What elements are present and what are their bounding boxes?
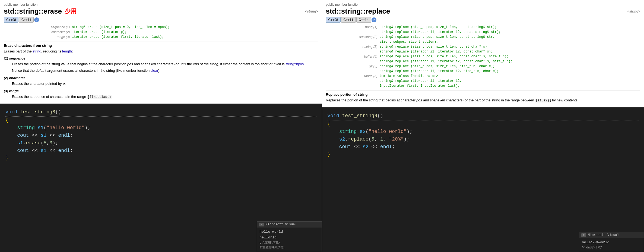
left-sig-code-1: string& erase (size_t pos = 0, size_t le… xyxy=(71,25,318,30)
left-help-icon[interactable]: ? xyxy=(34,17,39,22)
right-desc-text: Replaces the portion of the string that … xyxy=(326,98,640,103)
left-terminal-body: hello world hellorld D:\应用\下载\ 按任意键继续浏览.… xyxy=(257,228,322,252)
left-code-line-7: } xyxy=(5,154,316,162)
left-code-line-2: { xyxy=(5,116,316,124)
right-sig-code-6b: string& replace (iterator i1, iterator i… xyxy=(378,79,640,83)
right-sig-row-6: range (6) template <class InputIterator> xyxy=(326,74,640,79)
left-sig-code-2: iterator erase (iterator p); xyxy=(71,30,318,35)
left-terminal-header: ⊞ Microsoft Visual xyxy=(257,222,322,228)
left-code-section: void test_string8() { string s1("hello w… xyxy=(0,104,322,252)
right-title-std: std::string::replace xyxy=(326,7,390,15)
left-panel: public member function std::string::eras… xyxy=(0,0,322,252)
left-overload-3-title: (3) range xyxy=(4,89,318,93)
left-sig-row-2: character (2) iterator erase (iterator p… xyxy=(4,30,318,35)
left-title-std: std::string::erase xyxy=(4,7,62,15)
left-sig-label-3: range (3) xyxy=(4,35,71,39)
right-tabs: C++98 C++11 C++14 ? xyxy=(326,17,640,23)
right-sig-code-3b: string& replace (iterator i1, iterator i… xyxy=(378,49,640,54)
right-sig-code-4b: string& replace (iterator i1, iterator i… xyxy=(378,59,640,64)
right-sig-label-1: string (1) xyxy=(326,25,379,35)
left-tab-cpp98[interactable]: C++98 xyxy=(4,17,18,23)
left-overload-3-p1: Erases the sequence of characters in the… xyxy=(12,94,318,100)
left-sig-row-3: range (3) iterator erase (iterator first… xyxy=(4,35,318,39)
right-panel: public member function std::string::repl… xyxy=(322,0,644,252)
right-panel-title: std::string::replace <string> xyxy=(326,7,640,15)
right-sig-label-2: substring (2) xyxy=(326,35,379,44)
left-tab-cpp11[interactable]: C++11 xyxy=(19,17,34,23)
left-link-string[interactable]: string xyxy=(33,49,41,53)
left-terminal-title: Microsoft Visual xyxy=(266,223,297,226)
right-sig-code-5b: string& replace (iterator i1, iterator i… xyxy=(378,69,640,74)
left-overload-1-p1: Erases the portion of the string value t… xyxy=(12,61,318,67)
right-code-line-4: s2.replace(5, 1, "20%"); xyxy=(328,136,639,143)
left-desc-text: Erases part of the string, reducing its … xyxy=(4,49,318,54)
left-member-type: public member function xyxy=(4,3,318,7)
left-terminal-path2: 按任意键继续浏览... xyxy=(260,245,319,250)
right-return-type: <string> xyxy=(627,10,640,13)
right-tab-cpp98[interactable]: C++98 xyxy=(326,17,341,23)
right-code-line-5: cout << s2 << endl; xyxy=(328,143,639,151)
right-help-icon[interactable]: ? xyxy=(372,17,376,22)
right-terminal-header: ⊞ Microsoft Visual xyxy=(579,232,644,238)
left-link-length[interactable]: length xyxy=(62,49,72,53)
left-code-line-5: s1.erase(5,3); xyxy=(5,139,316,147)
left-link-clear[interactable]: clear xyxy=(151,69,158,73)
right-code-section: void test_string9() { string s2("hello w… xyxy=(322,107,644,252)
left-title-bold: string xyxy=(19,7,39,15)
right-sig-label-6: range (6) xyxy=(326,74,379,88)
right-sig-row-2: substring (2) string& replace (size_t po… xyxy=(326,35,640,39)
left-overload-1-body: Erases the portion of the string value t… xyxy=(12,61,318,74)
right-terminal-icon: ⊞ xyxy=(581,233,586,237)
left-section-title: Erase characters from string xyxy=(4,43,318,48)
left-terminal-line-1: hello world xyxy=(260,229,319,235)
right-tab-cpp14[interactable]: C++14 xyxy=(356,17,371,23)
right-tab-cpp11[interactable]: C++11 xyxy=(341,17,356,23)
left-overload-3-body: Erases the sequence of characters in the… xyxy=(12,94,318,100)
left-terminal-popup: ⊞ Microsoft Visual hello world hellorld … xyxy=(257,221,322,252)
left-sig-row-1: sequence (1) string& erase (size_t pos =… xyxy=(4,25,318,30)
right-title-bold: string xyxy=(341,7,361,15)
left-doc-section: public member function std::string::eras… xyxy=(0,0,322,104)
right-sig-label-3: c-string (3) xyxy=(326,44,379,54)
left-return-type: <string> xyxy=(305,10,318,13)
left-sig-label-2: character (2) xyxy=(4,30,71,35)
left-code-line-3: string s1("hello world"); xyxy=(5,124,316,132)
right-section-title: Replace portion of string xyxy=(326,92,640,97)
right-code-line-1: void test_string9() xyxy=(328,112,639,120)
right-terminal-title: Microsoft Visual xyxy=(588,233,619,237)
right-signature-table: string (1) string& replace (size_t pos, … xyxy=(326,25,640,88)
left-code-line-4: cout << s1 << endl; xyxy=(5,132,316,139)
left-code-line-1: void test_string8() xyxy=(5,108,316,116)
left-overload-1-p2: Notice that the default argument erases … xyxy=(12,68,318,74)
left-signature-table: sequence (1) string& erase (size_t pos =… xyxy=(4,25,318,39)
left-overload-2-body: Erases the character pointed by p. xyxy=(12,81,318,87)
left-terminal-path: D:\应用\下载\ xyxy=(260,241,319,245)
right-doc-section: public member function std::string::repl… xyxy=(322,0,644,107)
left-overload-1-title: (1) sequence xyxy=(4,56,318,60)
left-sig-code-3: iterator erase (iterator first, iterator… xyxy=(71,35,318,39)
left-sig-label-1: sequence (1) xyxy=(4,25,71,30)
right-sig-code-3a: string& replace (size_t pos, size_t len,… xyxy=(378,44,640,49)
right-sig-row-5: fill (5) string& replace (size_t pos, si… xyxy=(326,64,640,69)
left-code-block: void test_string8() { string s1("hello w… xyxy=(0,104,322,252)
left-panel-title: std::string::erase 少用 <string> xyxy=(4,7,318,15)
right-divider xyxy=(326,91,640,91)
right-sig-code-1b: string& replace (iterator i1, iterator i… xyxy=(378,30,640,35)
right-code-line-2: { xyxy=(328,120,639,128)
right-terminal-line-1: hello20%world xyxy=(582,240,641,245)
right-sig-code-6c: InputIterator first, InputIterator last)… xyxy=(378,83,640,88)
right-sig-code-1a: string& replace (size_t pos, size_t len,… xyxy=(378,25,640,30)
right-sig-code-2a: string& replace (size_t pos, size_t len,… xyxy=(378,35,640,39)
left-tabs: C++98 C++11 ? xyxy=(4,17,318,23)
left-chinese-annotation: 少用 xyxy=(65,7,77,15)
right-code-line-3: string s2("hello world"); xyxy=(328,128,639,136)
right-sig-row-3: c-string (3) string& replace (size_t pos… xyxy=(326,44,640,49)
right-terminal-body: hello20%world D:\应用\下载\ xyxy=(579,238,644,252)
right-sig-code-5a: string& replace (size_t pos, size_t len,… xyxy=(378,64,640,69)
right-code-block: void test_string9() { string s2("hello w… xyxy=(322,107,644,252)
right-sig-code-2b: size_t subpos, size_t sublen); xyxy=(378,39,640,44)
left-link-npos[interactable]: string::npos xyxy=(285,62,304,66)
right-terminal-path: D:\应用\下载\ xyxy=(582,245,641,250)
right-sig-label-5: fill (5) xyxy=(326,64,379,74)
right-sig-row-1: string (1) string& replace (size_t pos, … xyxy=(326,25,640,30)
